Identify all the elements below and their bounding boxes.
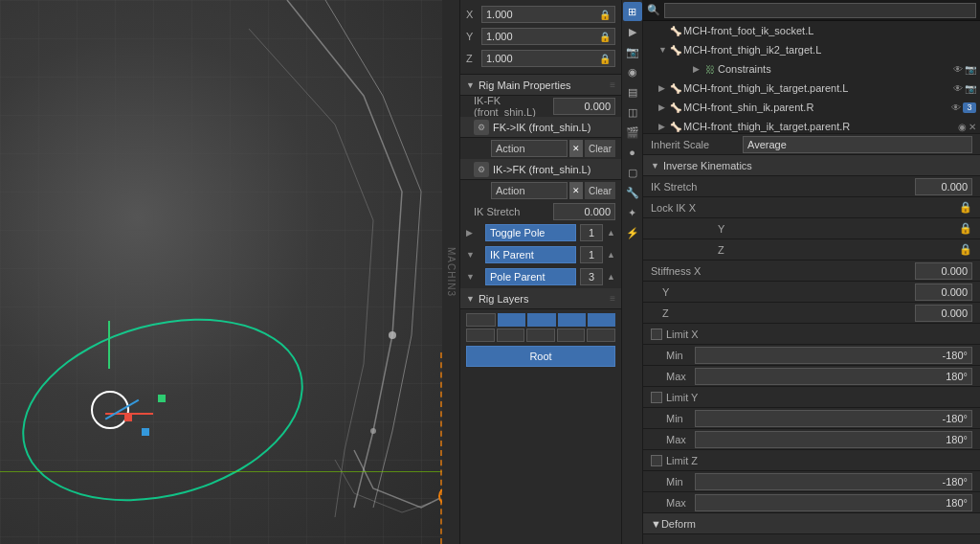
fk-ik-header-1[interactable]: ⚙ FK->IK (front_shin.L): [460, 117, 621, 138]
outliner-item-2[interactable]: ▶ 🦴 MCH-front_thigh_ik_target.parent.L 👁…: [643, 79, 980, 98]
eye-icon-constraints[interactable]: 👁: [953, 64, 963, 75]
limit-y-min-value[interactable]: -180°: [695, 410, 972, 427]
lock-icon-z[interactable]: 🔒: [959, 243, 972, 256]
stiffness-y-row: Y 0.000: [643, 282, 980, 303]
action-field-2[interactable]: Action: [491, 182, 568, 199]
scale-x-field[interactable]: 1.000 🔒: [481, 6, 615, 23]
layer-btn-5[interactable]: [588, 313, 615, 327]
pole-parent-field[interactable]: Pole Parent: [485, 268, 576, 285]
limit-y-min-row: Min -180°: [643, 408, 980, 429]
viewport[interactable]: MACHIN3: [0, 0, 459, 544]
limit-y-max-value[interactable]: 180°: [695, 431, 972, 448]
inherit-scale-value[interactable]: Average: [743, 136, 972, 153]
limit-y-checkbox[interactable]: [651, 392, 662, 403]
scene-icon[interactable]: 🎬: [623, 123, 642, 142]
scale-z-lock[interactable]: 🔒: [599, 54, 611, 64]
root-button[interactable]: Root: [466, 346, 615, 367]
view-layer-icon[interactable]: ◫: [623, 102, 642, 122]
action-x-btn-1[interactable]: ✕: [569, 140, 583, 157]
scale-y-lock[interactable]: 🔒: [599, 32, 611, 42]
action-clear-btn-2[interactable]: Clear: [585, 182, 615, 199]
search-input[interactable]: [664, 3, 976, 18]
render-icon[interactable]: ◉: [623, 62, 642, 81]
output-icon[interactable]: ▤: [623, 82, 642, 102]
machin3-label: MACHIN3: [442, 0, 459, 544]
ik-fk-value[interactable]: 0.000: [553, 98, 615, 115]
modifier-icon[interactable]: 🔧: [623, 183, 642, 202]
stiffness-z-value[interactable]: 0.000: [915, 305, 972, 322]
eye-icon-3[interactable]: 👁: [951, 102, 961, 113]
pole-parent-value[interactable]: 3: [580, 268, 603, 285]
scale-section: X 1.000 🔒 Y 1.000 🔒 Z 1.000 🔒: [460, 0, 621, 75]
view3d-icon[interactable]: ⊞: [623, 2, 642, 21]
outliner-item-1[interactable]: ▼ 🦴 MCH-front_thigh_ik2_target.L: [643, 40, 980, 59]
pole-parent-arrow[interactable]: ▼: [466, 272, 481, 282]
ik-fk-header-2[interactable]: ⚙ IK->FK (front_shin.L): [460, 159, 621, 180]
x-icon-4[interactable]: ✕: [969, 122, 976, 132]
lock-ik-x-icons: 🔒: [959, 201, 972, 214]
limit-x-max-value[interactable]: 180°: [695, 368, 972, 385]
limit-x-checkbox[interactable]: [651, 329, 662, 340]
outliner-item-3[interactable]: ▶ 🦴 MCH-front_shin_ik.parent.R 👁 3: [643, 98, 980, 117]
outliner-item-constraints[interactable]: ▶ ⛓ Constraints 👁 📷: [643, 59, 980, 79]
limit-z-min-value[interactable]: -180°: [695, 473, 972, 490]
deform-label: Deform: [661, 518, 696, 530]
rig-layers-header[interactable]: ▼ Rig Layers ≡: [460, 288, 621, 309]
tree-arrow-2: ▶: [658, 83, 668, 93]
stiffness-x-value[interactable]: 0.000: [915, 262, 972, 280]
action-x-btn-2[interactable]: ✕: [569, 182, 583, 199]
eye-icon-2[interactable]: 👁: [953, 83, 963, 94]
scale-y-field[interactable]: 1.000 🔒: [481, 28, 615, 45]
limit-z-checkbox[interactable]: [651, 455, 662, 466]
toggle-pole-arrow[interactable]: ▶: [466, 228, 481, 238]
sphere-icon-4[interactable]: ◉: [958, 122, 967, 132]
lock-icon-x[interactable]: 🔒: [959, 201, 972, 214]
limit-x-min-value[interactable]: -180°: [695, 347, 972, 364]
deform-arrow: ▼: [651, 518, 661, 530]
layer-btn-2[interactable]: [498, 313, 525, 327]
layers-row-2: [466, 329, 615, 342]
layer-btn-8[interactable]: [526, 329, 555, 342]
ik-stretch-value[interactable]: 0.000: [553, 203, 615, 220]
inherit-scale-row: Inherit Scale Average: [643, 134, 980, 155]
action-clear-btn-1[interactable]: Clear: [585, 140, 615, 157]
limit-z-max-value[interactable]: 180°: [695, 494, 972, 511]
deform-header[interactable]: ▼ Deform: [643, 513, 980, 534]
ik-fk-icon-2: ⚙: [474, 162, 489, 177]
camera-icon-constraints[interactable]: 📷: [965, 64, 976, 75]
physics-icon[interactable]: ⚡: [623, 223, 642, 242]
stiffness-y-value[interactable]: 0.000: [915, 283, 972, 301]
action-field-1[interactable]: Action: [491, 140, 568, 157]
layer-btn-4[interactable]: [558, 313, 586, 327]
inverse-kinematics-header[interactable]: ▼ Inverse Kinematics: [643, 155, 980, 176]
outliner-item-0[interactable]: 🦴 MCH-front_foot_ik_socket.L: [643, 21, 980, 40]
layer-btn-6[interactable]: [466, 329, 495, 342]
transform-ring[interactable]: [91, 391, 129, 429]
layer-btn-9[interactable]: [557, 329, 586, 342]
object-data-icon[interactable]: ▶: [623, 22, 642, 41]
tree-arrow-3: ▶: [658, 102, 668, 112]
layer-btn-10[interactable]: [587, 329, 615, 342]
ik-parent-value[interactable]: 1: [580, 246, 603, 263]
y-handle[interactable]: [158, 395, 166, 402]
layer-btn-7[interactable]: [497, 329, 525, 342]
toggle-pole-value[interactable]: 1: [580, 224, 603, 241]
particles-icon[interactable]: ✦: [623, 203, 642, 222]
ik-parent-arrow[interactable]: ▼: [466, 250, 481, 260]
scale-z-field[interactable]: 1.000 🔒: [481, 50, 615, 67]
scale-x-lock[interactable]: 🔒: [599, 10, 611, 20]
lock-icon-y[interactable]: 🔒: [959, 222, 972, 235]
ik-parent-field[interactable]: IK Parent: [485, 246, 576, 263]
z-handle[interactable]: [142, 428, 149, 436]
object-icon[interactable]: ▢: [623, 163, 642, 182]
x-handle[interactable]: [124, 414, 132, 421]
layer-btn-3[interactable]: [527, 313, 555, 327]
outliner-item-4[interactable]: ▶ 🦴 MCH-front_thigh_ik_target.parent.R ◉…: [643, 117, 980, 134]
camera-icon-2[interactable]: 📷: [965, 83, 976, 94]
rig-main-properties-header[interactable]: ▼ Rig Main Properties ≡: [460, 75, 621, 96]
world-icon[interactable]: ●: [623, 143, 642, 162]
right-ik-stretch-value[interactable]: 0.000: [915, 178, 972, 195]
camera-icon[interactable]: 📷: [623, 42, 642, 61]
layer-btn-1[interactable]: [466, 313, 496, 327]
toggle-pole-field[interactable]: Toggle Pole: [485, 224, 576, 241]
